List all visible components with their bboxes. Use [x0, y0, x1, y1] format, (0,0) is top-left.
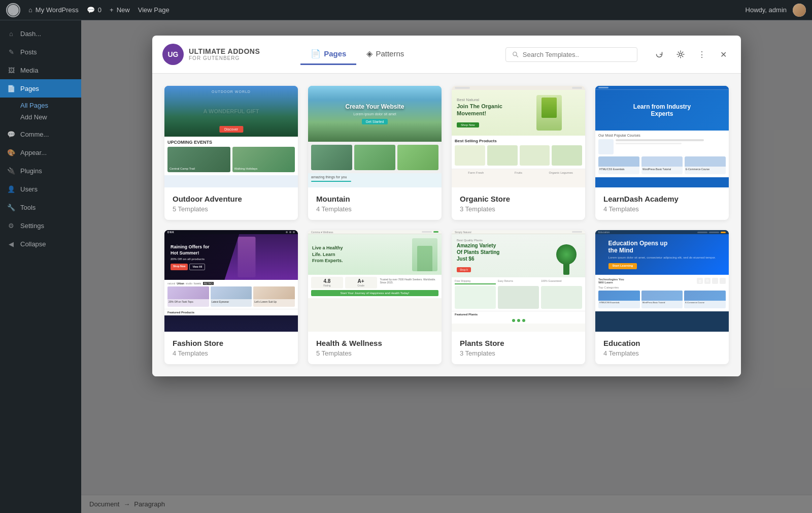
mountain-hero-text: Create Your Website — [345, 103, 404, 110]
new-content-button[interactable]: + New — [110, 6, 130, 14]
pages-icon: 📄 — [6, 83, 16, 93]
template-card-learndash[interactable]: Learn from IndustryExperts Our Most Popu… — [595, 86, 729, 220]
sidebar-label: Settings — [20, 222, 44, 230]
modal-logo-text: ULTIMATE ADDONS FOR GUTENBERG — [189, 47, 260, 62]
sidebar-item-pages[interactable]: 📄 Pages — [0, 79, 81, 98]
sidebar-label: Media — [20, 67, 38, 74]
home-icon: ⌂ — [28, 6, 32, 14]
appearance-icon: 🎨 — [6, 147, 16, 157]
sidebar-item-users[interactable]: 👤 Users — [0, 180, 81, 198]
media-icon: 🖼 — [6, 65, 16, 75]
collapse-icon: ◀ — [6, 239, 16, 249]
admin-bar: ⌂ My WordPress 💬 0 + New View Page Howdy… — [0, 0, 812, 20]
settings-button[interactable] — [673, 47, 688, 62]
template-card-plants[interactable]: Simply Natural Best Quality Plants — [452, 230, 585, 364]
sidebar-item-tools[interactable]: 🔧 Tools — [0, 198, 81, 216]
sidebar-label: Tools — [20, 204, 36, 211]
template-card-outdoor-adventure[interactable]: OUTDOOR WORLD A WONDERFUL GIFT Discover … — [164, 86, 298, 220]
content-area: UG ULTIMATE ADDONS FOR GUTENBERG 📄 Pages — [81, 20, 812, 513]
dashboard-icon: ⌂ — [6, 28, 16, 39]
template-modal: UG ULTIMATE ADDONS FOR GUTENBERG 📄 Pages — [152, 36, 741, 376]
site-name[interactable]: ⌂ My WordPress — [28, 6, 79, 14]
template-preview-outdoor: OUTDOOR WORLD A WONDERFUL GIFT Discover … — [164, 86, 298, 187]
sidebar-item-collapse[interactable]: ◀ Collapse — [0, 235, 81, 253]
users-icon: 👤 — [6, 184, 16, 194]
modal-logo: UG ULTIMATE ADDONS FOR GUTENBERG — [162, 44, 260, 65]
sidebar-label: Posts — [20, 48, 37, 56]
templates-grid: OUTDOOR WORLD A WONDERFUL GIFT Discover … — [164, 86, 729, 364]
modal-body: OUTDOOR WORLD A WONDERFUL GIFT Discover … — [152, 74, 741, 376]
sidebar-label: Dash... — [20, 30, 41, 38]
sidebar-label: Appear... — [20, 149, 47, 156]
sidebar-item-posts[interactable]: ✎ Posts — [0, 43, 81, 61]
template-preview-fashion: DNK — [164, 230, 298, 332]
posts-icon: ✎ — [6, 47, 16, 57]
search-templates[interactable] — [505, 47, 637, 62]
main-layout: ⌂ Dash... ✎ Posts 🖼 Media 📄 Pages All Pa… — [0, 20, 812, 513]
refresh-button[interactable] — [652, 47, 667, 62]
tab-pages[interactable]: 📄 Pages — [300, 44, 356, 65]
template-info-mountain: Mountain 4 Templates — [308, 187, 442, 220]
wordpress-logo-icon — [6, 3, 20, 17]
ug-logo-icon: UG — [162, 44, 184, 65]
sidebar-item-plugins[interactable]: 🔌 Plugins — [0, 162, 81, 180]
sidebar-item-media[interactable]: 🖼 Media — [0, 61, 81, 79]
template-card-mountain[interactable]: Create Your Website Lorem ipsum dolor si… — [308, 86, 442, 220]
sidebar-label: Collapse — [20, 240, 46, 248]
template-info-education: Education 4 Templates — [595, 332, 729, 364]
tools-icon: 🔧 — [6, 202, 16, 212]
modal-header-actions: ⋮ ✕ — [652, 47, 731, 62]
plugins-icon: 🔌 — [6, 166, 16, 176]
sidebar-item-appearance[interactable]: 🎨 Appear... — [0, 143, 81, 162]
close-button[interactable]: ✕ — [716, 47, 731, 62]
modal-overlay[interactable]: UG ULTIMATE ADDONS FOR GUTENBERG 📄 Pages — [81, 20, 812, 513]
sidebar-item-settings[interactable]: ⚙ Settings — [0, 216, 81, 235]
patterns-tab-icon: ◈ — [366, 49, 373, 58]
template-preview-learndash: Learn from IndustryExperts Our Most Popu… — [595, 86, 729, 187]
svg-point-1 — [513, 52, 517, 55]
comments-icon: 💬 — [6, 129, 16, 139]
sidebar-label: Comme... — [20, 131, 49, 138]
sidebar-item-dashboard[interactable]: ⌂ Dash... — [0, 24, 81, 43]
template-card-health[interactable]: Comma ♥ Wellness Live a Healthy — [308, 230, 442, 364]
settings-icon: ⚙ — [6, 220, 16, 231]
modal-header: UG ULTIMATE ADDONS FOR GUTENBERG 📄 Pages — [152, 36, 741, 74]
sidebar-label: Pages — [20, 85, 39, 92]
sidebar-label: Plugins — [20, 167, 42, 175]
pages-submenu: All Pages Add New — [0, 98, 81, 125]
template-preview-plants: Simply Natural Best Quality Plants — [452, 230, 585, 332]
template-card-fashion[interactable]: DNK — [164, 230, 298, 364]
comment-icon: 💬 — [87, 6, 95, 14]
fashion-hero-text: Raining Offers forHot Summer! 20% Off on… — [171, 244, 210, 270]
sidebar-item-all-pages[interactable]: All Pages — [20, 100, 81, 111]
template-info-plants: Plants Store 3 Templates — [452, 332, 585, 364]
search-icon — [512, 51, 519, 58]
svg-point-3 — [680, 53, 682, 56]
template-info-fashion: Fashion Store 4 Templates — [164, 332, 298, 364]
view-page-link[interactable]: View Page — [138, 6, 170, 14]
template-card-organic-store[interactable]: Best Natural Join The OrganicMovement! S… — [452, 86, 585, 220]
template-info-health: Health & Wellness 5 Templates — [308, 332, 442, 364]
svg-line-2 — [516, 55, 518, 57]
sidebar-item-add-new[interactable]: Add New — [20, 111, 81, 123]
template-preview-education: Education — [595, 230, 729, 332]
admin-bar-right: Howdy, admin — [746, 4, 806, 17]
template-card-education[interactable]: Education — [595, 230, 729, 364]
template-preview-mountain: Create Your Website Lorem ipsum dolor si… — [308, 86, 442, 187]
template-preview-health: Comma ♥ Wellness Live a Healthy — [308, 230, 442, 332]
pages-tab-icon: 📄 — [311, 49, 321, 58]
template-info-outdoor: Outdoor Adventure 5 Templates — [164, 187, 298, 220]
template-preview-organic: Best Natural Join The OrganicMovement! S… — [452, 86, 585, 187]
template-info-organic: Organic Store 3 Templates — [452, 187, 585, 220]
comments-link[interactable]: 💬 0 — [87, 6, 101, 14]
howdy-text: Howdy, admin — [746, 6, 787, 14]
tab-patterns[interactable]: ◈ Patterns — [356, 44, 414, 65]
template-info-learndash: LearnDash Academy 4 Templates — [595, 187, 729, 220]
avatar[interactable] — [793, 4, 806, 17]
modal-tabs: 📄 Pages ◈ Patterns — [300, 44, 414, 65]
search-input[interactable] — [523, 51, 631, 58]
sidebar-item-comments[interactable]: 💬 Comme... — [0, 125, 81, 143]
sidebar: ⌂ Dash... ✎ Posts 🖼 Media 📄 Pages All Pa… — [0, 20, 81, 513]
more-options-button[interactable]: ⋮ — [694, 47, 709, 62]
sidebar-label: Users — [20, 185, 38, 193]
